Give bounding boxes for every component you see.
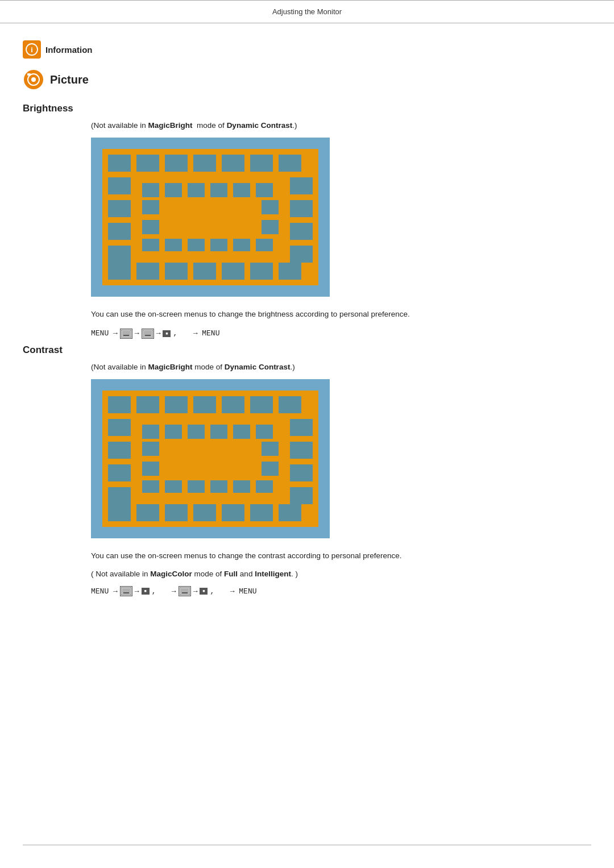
svg-rect-14 — [250, 155, 273, 172]
svg-rect-59 — [165, 396, 188, 413]
svg-rect-30 — [279, 263, 301, 280]
svg-rect-43 — [165, 239, 182, 251]
svg-text:i: i — [31, 45, 33, 54]
svg-rect-10 — [136, 155, 159, 172]
brightness-not-avail-mid: mode of — [193, 121, 227, 130]
svg-rect-95 — [256, 480, 273, 493]
svg-rect-70 — [290, 464, 313, 481]
contrast-not-avail-before: (Not available in — [91, 363, 148, 371]
svg-rect-25 — [136, 263, 159, 280]
svg-rect-96 — [165, 442, 256, 476]
svg-rect-65 — [108, 442, 131, 459]
svg-rect-78 — [279, 504, 301, 521]
svg-rect-34 — [188, 183, 205, 197]
svg-rect-82 — [188, 425, 205, 439]
svg-rect-9 — [108, 155, 131, 172]
menu-arrow-2: → — [135, 329, 139, 338]
svg-rect-51 — [123, 335, 129, 336]
svg-rect-22 — [290, 223, 313, 240]
svg-rect-58 — [136, 396, 159, 413]
page-footer — [23, 845, 591, 845]
svg-rect-13 — [222, 155, 244, 172]
svg-rect-40 — [262, 200, 279, 214]
brightness-magic-bright: MagicBright — [148, 121, 193, 130]
svg-rect-71 — [290, 487, 313, 504]
svg-rect-74 — [165, 504, 188, 521]
svg-rect-41 — [262, 220, 279, 234]
svg-rect-35 — [210, 183, 227, 197]
brightness-section: Brightness (Not available in MagicBright… — [23, 103, 591, 339]
menu-icon-2 — [142, 329, 154, 339]
contrast-menu-icon-small-1: ■ — [142, 588, 150, 595]
contrast-magic-color-note: ( Not available in MagicColor mode of Fu… — [91, 570, 569, 578]
contrast-section: Contrast (Not available in MagicBright m… — [23, 344, 591, 597]
svg-rect-99 — [123, 592, 129, 593]
svg-rect-54 — [145, 335, 151, 336]
svg-rect-84 — [233, 425, 250, 439]
svg-rect-83 — [210, 425, 227, 439]
information-label: Information — [45, 45, 93, 55]
svg-rect-69 — [290, 442, 313, 459]
svg-rect-57 — [108, 396, 131, 413]
contrast-content: (Not available in MagicBright mode of Dy… — [91, 363, 569, 597]
brightness-menu-line: MENU → → — [91, 329, 569, 339]
svg-rect-32 — [142, 183, 159, 197]
svg-rect-61 — [222, 396, 244, 413]
contrast-menu-line: MENU → → ■ , → — [91, 586, 569, 596]
brightness-dynamic-contrast: Dynamic Contrast — [227, 121, 293, 130]
page-header: Adjusting the Monitor — [0, 0, 614, 23]
svg-rect-93 — [210, 480, 227, 493]
contrast-arrow-3: → — [172, 587, 176, 596]
svg-rect-88 — [262, 442, 279, 456]
menu-arrow-3: → — [156, 329, 161, 338]
brightness-not-available: (Not available in MagicBright mode of Dy… — [91, 121, 569, 130]
svg-rect-21 — [290, 200, 313, 217]
page-title: Adjusting the Monitor — [272, 7, 342, 16]
svg-rect-102 — [182, 592, 188, 593]
svg-rect-87 — [142, 462, 159, 476]
svg-rect-11 — [165, 155, 188, 172]
contrast-arrow-5: → MENU — [230, 587, 257, 596]
svg-rect-24 — [108, 263, 131, 280]
svg-rect-16 — [108, 177, 131, 194]
svg-rect-42 — [142, 239, 159, 251]
svg-rect-23 — [290, 246, 313, 263]
svg-rect-33 — [165, 183, 182, 197]
menu-arrow-4: → MENU — [193, 329, 220, 338]
svg-rect-46 — [233, 239, 250, 251]
contrast-dynamic-contrast: Dynamic Contrast — [225, 363, 291, 371]
svg-rect-94 — [233, 480, 250, 493]
contrast-heading: Contrast — [23, 344, 591, 356]
svg-rect-20 — [290, 177, 313, 194]
contrast-magic-bright: MagicBright — [148, 363, 193, 371]
svg-rect-63 — [279, 396, 301, 413]
svg-rect-67 — [108, 487, 131, 504]
svg-rect-66 — [108, 464, 131, 481]
contrast-intelligent: Intelligent — [255, 570, 291, 578]
svg-rect-64 — [108, 419, 131, 436]
menu-comma-1: , — [173, 329, 190, 338]
svg-rect-38 — [142, 200, 159, 214]
svg-rect-6 — [27, 73, 31, 76]
brightness-heading: Brightness — [23, 103, 591, 114]
brightness-body-text: You can use the on-screen menus to chang… — [91, 308, 517, 321]
contrast-arrow-4: → — [193, 587, 198, 596]
brightness-not-avail-after: .) — [292, 121, 297, 130]
contrast-full: Full — [224, 570, 238, 578]
menu-icon-1 — [120, 329, 132, 339]
contrast-comma-1: , — [152, 587, 169, 596]
svg-rect-27 — [193, 263, 216, 280]
svg-rect-90 — [142, 480, 159, 493]
contrast-body-text: You can use the on-screen menus to chang… — [91, 550, 517, 562]
contrast-and: and — [238, 570, 255, 578]
picture-section: Picture — [23, 69, 591, 90]
svg-rect-73 — [136, 504, 159, 521]
svg-rect-19 — [108, 246, 131, 263]
contrast-comma-2: , — [210, 587, 227, 596]
svg-rect-26 — [165, 263, 188, 280]
contrast-menu-icon-small-2: ■ — [200, 588, 208, 595]
contrast-arrow-2: → — [135, 587, 139, 596]
svg-rect-37 — [256, 183, 273, 197]
svg-rect-48 — [165, 200, 256, 234]
svg-rect-89 — [262, 462, 279, 476]
